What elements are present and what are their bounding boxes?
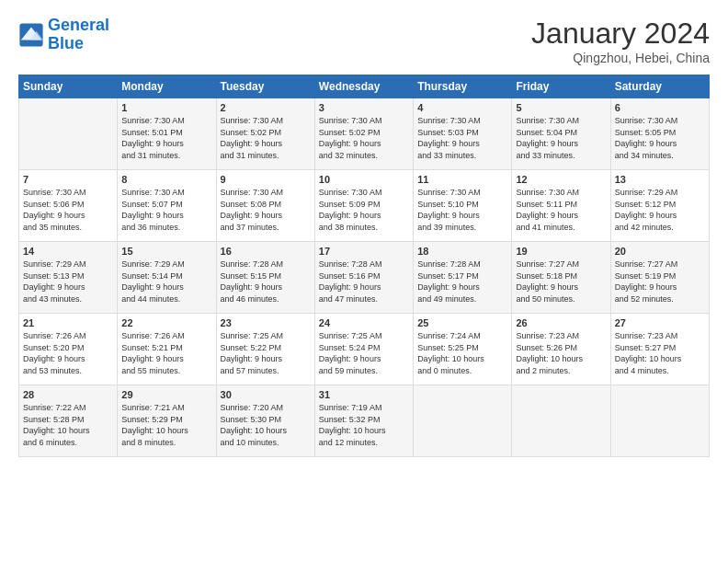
day-cell: 19Sunrise: 7:27 AM Sunset: 5:18 PM Dayli… xyxy=(512,242,610,314)
day-number: 19 xyxy=(516,246,606,257)
day-cell: 16Sunrise: 7:28 AM Sunset: 5:15 PM Dayli… xyxy=(216,242,314,314)
day-cell: 18Sunrise: 7:28 AM Sunset: 5:17 PM Dayli… xyxy=(414,242,512,314)
day-number: 31 xyxy=(319,389,409,400)
day-cell: 30Sunrise: 7:20 AM Sunset: 5:30 PM Dayli… xyxy=(216,385,314,457)
day-info: Sunrise: 7:30 AM Sunset: 5:06 PM Dayligh… xyxy=(23,187,113,233)
day-info: Sunrise: 7:28 AM Sunset: 5:17 PM Dayligh… xyxy=(417,259,507,304)
day-cell: 4Sunrise: 7:30 AM Sunset: 5:03 PM Daylig… xyxy=(414,98,512,170)
day-info: Sunrise: 7:30 AM Sunset: 5:05 PM Dayligh… xyxy=(615,115,705,161)
day-cell: 14Sunrise: 7:29 AM Sunset: 5:13 PM Dayli… xyxy=(19,242,118,314)
day-info: Sunrise: 7:30 AM Sunset: 5:03 PM Dayligh… xyxy=(417,115,507,161)
header-row: Sunday Monday Tuesday Wednesday Thursday… xyxy=(19,75,710,98)
col-friday: Friday xyxy=(512,75,610,98)
day-cell: 12Sunrise: 7:30 AM Sunset: 5:11 PM Dayli… xyxy=(512,170,610,242)
day-number: 21 xyxy=(23,317,113,328)
day-number: 11 xyxy=(417,174,507,185)
day-info: Sunrise: 7:25 AM Sunset: 5:22 PM Dayligh… xyxy=(221,330,311,376)
day-number: 3 xyxy=(319,102,409,113)
day-info: Sunrise: 7:23 AM Sunset: 5:26 PM Dayligh… xyxy=(516,330,606,376)
day-info: Sunrise: 7:26 AM Sunset: 5:21 PM Dayligh… xyxy=(121,330,211,376)
logo-icon xyxy=(18,22,44,48)
day-info: Sunrise: 7:28 AM Sunset: 5:16 PM Dayligh… xyxy=(319,259,409,304)
day-cell: 8Sunrise: 7:30 AM Sunset: 5:07 PM Daylig… xyxy=(118,170,216,242)
day-info: Sunrise: 7:23 AM Sunset: 5:27 PM Dayligh… xyxy=(615,330,705,376)
col-monday: Monday xyxy=(118,75,216,98)
day-number: 29 xyxy=(121,389,211,400)
header: General Blue January 2024 Qingzhou, Hebe… xyxy=(18,17,710,65)
day-cell: 29Sunrise: 7:21 AM Sunset: 5:29 PM Dayli… xyxy=(118,385,216,457)
day-info: Sunrise: 7:30 AM Sunset: 5:09 PM Dayligh… xyxy=(319,187,409,233)
day-info: Sunrise: 7:28 AM Sunset: 5:15 PM Dayligh… xyxy=(221,259,311,304)
day-number: 22 xyxy=(121,317,211,328)
day-info: Sunrise: 7:29 AM Sunset: 5:13 PM Dayligh… xyxy=(23,259,113,304)
day-info: Sunrise: 7:27 AM Sunset: 5:19 PM Dayligh… xyxy=(615,259,705,304)
day-number: 12 xyxy=(516,174,606,185)
day-number: 14 xyxy=(23,246,113,257)
day-info: Sunrise: 7:30 AM Sunset: 5:11 PM Dayligh… xyxy=(516,187,606,233)
day-cell: 28Sunrise: 7:22 AM Sunset: 5:28 PM Dayli… xyxy=(19,385,118,457)
day-number: 28 xyxy=(23,389,113,400)
week-row-2: 7Sunrise: 7:30 AM Sunset: 5:06 PM Daylig… xyxy=(19,170,710,242)
day-cell: 26Sunrise: 7:23 AM Sunset: 5:26 PM Dayli… xyxy=(512,314,610,385)
col-tuesday: Tuesday xyxy=(216,75,314,98)
day-info: Sunrise: 7:30 AM Sunset: 5:04 PM Dayligh… xyxy=(516,115,606,161)
day-number: 24 xyxy=(319,317,409,328)
col-saturday: Saturday xyxy=(610,75,709,98)
logo-blue: Blue xyxy=(48,34,84,52)
page: General Blue January 2024 Qingzhou, Hebe… xyxy=(0,0,728,466)
day-cell: 6Sunrise: 7:30 AM Sunset: 5:05 PM Daylig… xyxy=(610,98,709,170)
week-row-5: 28Sunrise: 7:22 AM Sunset: 5:28 PM Dayli… xyxy=(19,385,710,457)
day-number: 20 xyxy=(615,246,705,257)
logo: General Blue xyxy=(18,17,109,53)
day-cell: 13Sunrise: 7:29 AM Sunset: 5:12 PM Dayli… xyxy=(610,170,709,242)
day-cell xyxy=(19,98,118,170)
day-number: 1 xyxy=(121,102,211,113)
day-number: 13 xyxy=(615,174,705,185)
month-title: January 2024 xyxy=(531,17,710,51)
day-info: Sunrise: 7:21 AM Sunset: 5:29 PM Dayligh… xyxy=(121,402,211,448)
week-row-1: 1Sunrise: 7:30 AM Sunset: 5:01 PM Daylig… xyxy=(19,98,710,170)
col-wednesday: Wednesday xyxy=(314,75,413,98)
day-number: 6 xyxy=(615,102,705,113)
day-number: 27 xyxy=(615,317,705,328)
day-cell: 24Sunrise: 7:25 AM Sunset: 5:24 PM Dayli… xyxy=(314,314,413,385)
day-info: Sunrise: 7:24 AM Sunset: 5:25 PM Dayligh… xyxy=(417,330,507,376)
day-info: Sunrise: 7:29 AM Sunset: 5:12 PM Dayligh… xyxy=(615,187,705,233)
day-cell: 25Sunrise: 7:24 AM Sunset: 5:25 PM Dayli… xyxy=(414,314,512,385)
day-cell: 7Sunrise: 7:30 AM Sunset: 5:06 PM Daylig… xyxy=(19,170,118,242)
day-cell: 27Sunrise: 7:23 AM Sunset: 5:27 PM Dayli… xyxy=(610,314,709,385)
day-cell xyxy=(610,385,709,457)
title-area: January 2024 Qingzhou, Hebei, China xyxy=(531,17,710,65)
day-cell xyxy=(512,385,610,457)
day-cell: 23Sunrise: 7:25 AM Sunset: 5:22 PM Dayli… xyxy=(216,314,314,385)
day-cell: 11Sunrise: 7:30 AM Sunset: 5:10 PM Dayli… xyxy=(414,170,512,242)
day-cell: 17Sunrise: 7:28 AM Sunset: 5:16 PM Dayli… xyxy=(314,242,413,314)
col-thursday: Thursday xyxy=(414,75,512,98)
day-info: Sunrise: 7:30 AM Sunset: 5:02 PM Dayligh… xyxy=(221,115,311,161)
week-row-3: 14Sunrise: 7:29 AM Sunset: 5:13 PM Dayli… xyxy=(19,242,710,314)
day-number: 8 xyxy=(121,174,211,185)
day-number: 15 xyxy=(121,246,211,257)
day-info: Sunrise: 7:25 AM Sunset: 5:24 PM Dayligh… xyxy=(319,330,409,376)
logo-general: General xyxy=(48,16,109,34)
day-cell: 5Sunrise: 7:30 AM Sunset: 5:04 PM Daylig… xyxy=(512,98,610,170)
day-cell: 22Sunrise: 7:26 AM Sunset: 5:21 PM Dayli… xyxy=(118,314,216,385)
day-number: 10 xyxy=(319,174,409,185)
calendar-table: Sunday Monday Tuesday Wednesday Thursday… xyxy=(18,75,710,457)
day-cell: 3Sunrise: 7:30 AM Sunset: 5:02 PM Daylig… xyxy=(314,98,413,170)
col-sunday: Sunday xyxy=(19,75,118,98)
day-cell: 15Sunrise: 7:29 AM Sunset: 5:14 PM Dayli… xyxy=(118,242,216,314)
day-info: Sunrise: 7:29 AM Sunset: 5:14 PM Dayligh… xyxy=(121,259,211,304)
day-number: 30 xyxy=(221,389,311,400)
day-number: 2 xyxy=(221,102,311,113)
day-info: Sunrise: 7:30 AM Sunset: 5:08 PM Dayligh… xyxy=(221,187,311,233)
day-cell: 1Sunrise: 7:30 AM Sunset: 5:01 PM Daylig… xyxy=(118,98,216,170)
day-number: 4 xyxy=(417,102,507,113)
day-info: Sunrise: 7:22 AM Sunset: 5:28 PM Dayligh… xyxy=(23,402,113,448)
day-cell: 2Sunrise: 7:30 AM Sunset: 5:02 PM Daylig… xyxy=(216,98,314,170)
day-number: 26 xyxy=(516,317,606,328)
logo-text: General Blue xyxy=(48,17,109,53)
day-info: Sunrise: 7:27 AM Sunset: 5:18 PM Dayligh… xyxy=(516,259,606,304)
week-row-4: 21Sunrise: 7:26 AM Sunset: 5:20 PM Dayli… xyxy=(19,314,710,385)
day-info: Sunrise: 7:30 AM Sunset: 5:10 PM Dayligh… xyxy=(417,187,507,233)
